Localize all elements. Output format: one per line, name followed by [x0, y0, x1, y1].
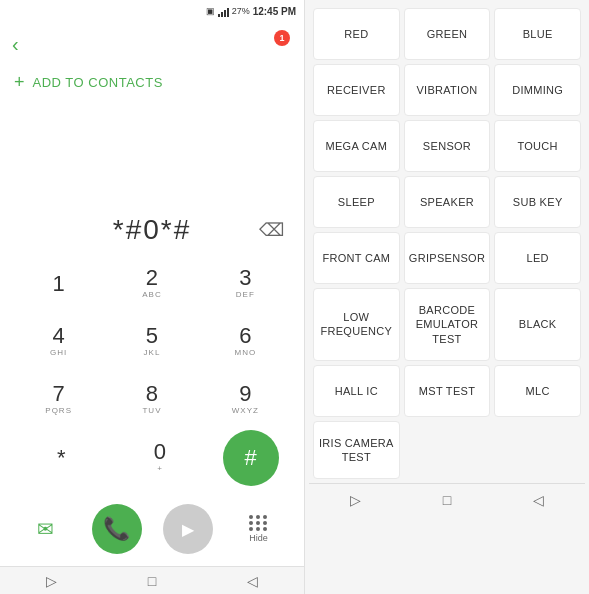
home-icon: □ [148, 573, 156, 589]
key-7-main: 7 [53, 383, 65, 405]
menu-item-receiver[interactable]: RECEIVER [313, 64, 400, 116]
key-7-sub: PQRS [45, 405, 72, 416]
menu-item-led[interactable]: LED [494, 232, 581, 284]
hide-button[interactable]: Hide [234, 504, 284, 554]
menu-item-hall-ic[interactable]: HALL IC [313, 365, 400, 417]
menu-item-red[interactable]: RED [313, 8, 400, 60]
key-0-sub: + [157, 463, 163, 474]
menu-item-vibration[interactable]: VIBRATION [404, 64, 491, 116]
menu-item-sleep[interactable]: SLEEP [313, 176, 400, 228]
key-5-main: 5 [146, 325, 158, 347]
menu-item-mega-cam[interactable]: MEGA CAM [313, 120, 400, 172]
key-1-main: 1 [53, 273, 65, 295]
add-contacts-label: ADD TO CONTACTS [33, 75, 163, 90]
key-0-main: 0 [154, 441, 166, 463]
menu-item-mlc[interactable]: MLC [494, 365, 581, 417]
menu-item-sensor[interactable]: SENSOR [404, 120, 491, 172]
menu-item-black[interactable]: BLACK [494, 288, 581, 361]
status-icons: ▣ 27% 12:45 PM [206, 5, 296, 17]
add-contacts-row[interactable]: + ADD TO CONTACTS [0, 66, 304, 99]
key-6-sub: MNO [234, 347, 256, 358]
key-8[interactable]: 8 TUV [116, 372, 188, 428]
top-bar: ‹ 1 [0, 22, 304, 66]
right-back-button[interactable]: ◁ [521, 488, 556, 512]
key-7[interactable]: 7 PQRS [23, 372, 95, 428]
recent-apps-icon: ▷ [46, 573, 57, 589]
backspace-button[interactable]: ⌫ [259, 219, 284, 241]
key-9-main: 9 [239, 383, 251, 405]
battery-label: 27% [232, 6, 250, 16]
key-4-main: 4 [53, 325, 65, 347]
dialer-panel: ▣ 27% 12:45 PM ‹ 1 + ADD TO CONTACTS *#0… [0, 0, 305, 594]
recent-apps-button[interactable]: ▷ [34, 569, 69, 593]
key-3-main: 3 [239, 267, 251, 289]
video-button[interactable]: ▶ [163, 504, 213, 554]
key-2-sub: ABC [142, 289, 161, 300]
keypad-row-4: * 0 + # [12, 430, 292, 486]
key-1[interactable]: 1 [23, 256, 95, 312]
key-0[interactable]: 0 + [124, 430, 196, 486]
menu-grid: REDGREENBLUERECEIVERVIBRATIONDIMMINGMEGA… [309, 4, 585, 483]
key-2[interactable]: 2 ABC [116, 256, 188, 312]
menu-item-green[interactable]: GREEN [404, 8, 491, 60]
message-button[interactable]: ✉ [21, 504, 71, 554]
menu-item-front-cam[interactable]: FRONT CAM [313, 232, 400, 284]
call-icon: 📞 [103, 516, 130, 542]
menu-item-dimming[interactable]: DIMMING [494, 64, 581, 116]
message-icon: ✉ [37, 517, 54, 541]
key-3[interactable]: 3 DEF [209, 256, 281, 312]
right-bottom-nav: ▷ □ ◁ [309, 483, 585, 515]
key-9[interactable]: 9 WXYZ [209, 372, 281, 428]
back-nav-button[interactable]: ◁ [235, 569, 270, 593]
key-5-sub: JKL [144, 347, 161, 358]
bottom-actions: ✉ 📞 ▶ Hide [0, 496, 304, 566]
signal-icon [218, 5, 229, 17]
home-button[interactable]: □ [136, 569, 168, 593]
key-hash[interactable]: # [223, 430, 279, 486]
key-5[interactable]: 5 JKL [116, 314, 188, 370]
keypad-row-1: 1 2 ABC 3 DEF [12, 256, 292, 312]
key-3-sub: DEF [236, 289, 255, 300]
key-8-sub: TUV [142, 405, 161, 416]
key-6[interactable]: 6 MNO [209, 314, 281, 370]
nav-bar: ▷ □ ◁ [0, 566, 304, 594]
menu-item-low-frequency[interactable]: LOW FREQUENCY [313, 288, 400, 361]
menu-item-speaker[interactable]: SPEAKER [404, 176, 491, 228]
menu-panel: REDGREENBLUERECEIVERVIBRATIONDIMMINGMEGA… [305, 0, 589, 594]
status-bar: ▣ 27% 12:45 PM [0, 0, 304, 22]
key-8-main: 8 [146, 383, 158, 405]
key-star-main: * [57, 447, 66, 469]
key-6-main: 6 [239, 325, 251, 347]
keypad: 1 2 ABC 3 DEF 4 GHI 5 JKL 6 MNO [0, 252, 304, 496]
dialer-display: *#0*# ⌫ [0, 204, 304, 252]
plus-icon: + [14, 72, 25, 93]
keypad-row-2: 4 GHI 5 JKL 6 MNO [12, 314, 292, 370]
menu-item-touch[interactable]: TOUCH [494, 120, 581, 172]
key-4-sub: GHI [50, 347, 67, 358]
key-9-sub: WXYZ [232, 405, 259, 416]
right-recent-button[interactable]: ▷ [338, 488, 373, 512]
dialer-spacer [0, 99, 304, 204]
menu-item-gripsensor[interactable]: GRIPSENSOR [404, 232, 491, 284]
menu-item-mst-test[interactable]: MST TEST [404, 365, 491, 417]
menu-item-barcode-emulator-test[interactable]: BARCODE EMULATOR TEST [404, 288, 491, 361]
dialed-number: *#0*# [113, 214, 192, 246]
notification-badge: 1 [274, 30, 290, 46]
menu-item-iris-camera-test[interactable]: IRIS CAMERA TEST [313, 421, 400, 480]
back-nav-icon: ◁ [247, 573, 258, 589]
menu-item-blue[interactable]: BLUE [494, 8, 581, 60]
key-star[interactable]: * [25, 430, 97, 486]
keypad-row-3: 7 PQRS 8 TUV 9 WXYZ [12, 372, 292, 428]
sim-icon: ▣ [206, 6, 215, 16]
key-hash-main: # [245, 447, 257, 469]
hide-label: Hide [249, 533, 268, 543]
back-button[interactable]: ‹ [12, 33, 19, 56]
menu-item-sub-key[interactable]: SUB KEY [494, 176, 581, 228]
key-2-main: 2 [146, 267, 158, 289]
video-icon: ▶ [182, 520, 194, 539]
call-button[interactable]: 📞 [92, 504, 142, 554]
right-home-button[interactable]: □ [431, 488, 463, 512]
key-4[interactable]: 4 GHI [23, 314, 95, 370]
hide-dots-icon [249, 515, 269, 531]
time-label: 12:45 PM [253, 6, 296, 17]
